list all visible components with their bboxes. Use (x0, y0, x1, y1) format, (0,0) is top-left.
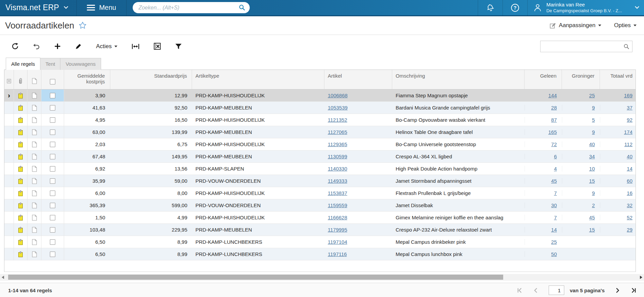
row-checkbox[interactable] (50, 178, 55, 184)
row-selector-cell[interactable]: › (4, 236, 14, 248)
header-checkbox-cell[interactable] (41, 70, 64, 89)
geleen-qty-link[interactable]: 45 (551, 178, 557, 184)
header-standaardprijs[interactable]: Standaardprijs (110, 70, 192, 89)
attachment-cell[interactable] (14, 163, 27, 175)
row-checkbox[interactable] (50, 154, 55, 159)
header-settings-cell[interactable] (4, 70, 14, 89)
groninger-qty-link[interactable]: 45 (589, 215, 595, 220)
geleen-qty-link[interactable]: 25 (551, 239, 557, 245)
row-checkbox[interactable] (50, 117, 55, 123)
geleen-qty-link[interactable]: 50 (551, 251, 557, 257)
header-artikeltype[interactable]: Artikeltype (192, 70, 324, 89)
global-search-input[interactable] (133, 2, 250, 13)
table-row[interactable]: › 6,50 8,99 PRD-KAMP-LUNCHBEKERS 1197116… (4, 248, 636, 260)
table-row[interactable]: › 6,00 8,00 PRD-KAMP-HUISHOUDELIJK 11538… (4, 187, 636, 199)
header-totaal-vrd[interactable]: Totaal vrd (600, 70, 636, 89)
notes-cell[interactable] (27, 138, 41, 150)
tab-vouwwagens[interactable]: Vouwwagens (60, 58, 101, 70)
geleen-qty-link[interactable]: 144 (548, 93, 557, 98)
header-geleen[interactable]: Geleen (525, 70, 562, 89)
favorite-star-button[interactable] (78, 21, 87, 31)
row-checkbox[interactable] (50, 166, 55, 172)
table-row[interactable]: › 63,00 139,99 PRD-KAMP-MEUBELEN 1127065… (4, 126, 636, 138)
notes-cell[interactable] (27, 224, 41, 236)
notifications-button[interactable] (478, 0, 503, 15)
groninger-qty-link[interactable]: 5 (592, 117, 595, 123)
totaal-qty-link[interactable]: 112 (624, 141, 632, 147)
table-row[interactable]: › 4,95 16,50 PRD-KAMP-HUISHOUDELIJK 1121… (4, 114, 636, 126)
geleen-qty-link[interactable]: 6 (554, 154, 557, 159)
artikel-link[interactable]: 1130599 (328, 154, 347, 159)
notes-cell[interactable] (27, 187, 41, 199)
geleen-qty-link[interactable]: 72 (551, 141, 557, 147)
artikel-link[interactable]: 1179995 (328, 227, 347, 233)
totaal-qty-link[interactable]: 37 (627, 105, 632, 111)
row-checkbox[interactable] (50, 215, 55, 220)
last-page-button[interactable] (630, 287, 637, 294)
notes-cell[interactable] (27, 151, 41, 162)
geleen-qty-link[interactable]: 165 (548, 129, 557, 135)
artikel-link[interactable]: 1006868 (328, 93, 347, 98)
header-omschrijving[interactable]: Omschrijving (392, 70, 525, 89)
scroll-left-arrow-icon[interactable] (2, 276, 4, 279)
row-selector-cell[interactable]: › (4, 175, 14, 187)
page-number-input[interactable] (549, 285, 564, 295)
brand-menu[interactable]: Visma.net ERP (0, 3, 68, 12)
row-checkbox[interactable] (50, 203, 55, 208)
header-kostprijs[interactable]: Gemiddelde kostprijs (64, 70, 110, 89)
acties-menu[interactable]: Acties (96, 43, 117, 50)
row-selector-cell[interactable]: › (4, 90, 14, 101)
row-checkbox[interactable] (50, 130, 55, 135)
fit-columns-button[interactable] (132, 43, 139, 50)
checkbox-cell[interactable] (41, 224, 64, 236)
table-row[interactable]: › 67,48 149,95 PRD-KAMP-MEUBELEN 1130599… (4, 151, 636, 163)
notes-cell[interactable] (27, 163, 41, 175)
groninger-qty-link[interactable]: 25 (589, 93, 595, 98)
geleen-qty-link[interactable]: 14 (551, 227, 557, 233)
notes-cell[interactable] (27, 102, 41, 114)
row-selector-cell[interactable]: › (4, 224, 14, 236)
attachment-cell[interactable] (14, 224, 27, 236)
checkbox-cell[interactable] (41, 151, 64, 162)
artikel-link[interactable]: 1053539 (328, 105, 347, 111)
row-checkbox[interactable] (50, 239, 55, 245)
artikel-link[interactable]: 1149333 (328, 178, 347, 184)
geleen-qty-link[interactable]: 7 (554, 190, 557, 196)
header-groninger[interactable]: Groninger (562, 70, 600, 89)
table-row[interactable]: › 3,90 12,99 PRD-KAMP-HUISHOUDELIJK 1006… (4, 90, 636, 102)
checkbox-cell[interactable] (41, 114, 64, 126)
row-checkbox[interactable] (50, 93, 55, 98)
opties-menu[interactable]: Opties (614, 22, 637, 29)
totaal-qty-link[interactable]: 169 (624, 93, 632, 98)
checkbox-cell[interactable] (41, 212, 64, 223)
geleen-qty-link[interactable]: 7 (554, 215, 557, 220)
totaal-qty-link[interactable]: 174 (624, 129, 632, 135)
groninger-qty-link[interactable]: 9 (592, 129, 595, 135)
totaal-qty-link[interactable]: 29 (627, 227, 632, 233)
checkbox-cell[interactable] (41, 248, 64, 260)
attachment-cell[interactable] (14, 187, 27, 199)
previous-page-button[interactable] (533, 287, 539, 294)
groninger-qty-link[interactable]: 34 (589, 154, 595, 159)
attachment-cell[interactable] (14, 126, 27, 138)
tab-tent[interactable]: Tent (40, 58, 60, 70)
artikel-link[interactable]: 1197104 (328, 239, 347, 245)
checkbox-cell[interactable] (41, 90, 64, 101)
checkbox-cell[interactable] (41, 236, 64, 248)
attachment-cell[interactable] (14, 212, 27, 223)
checkbox-cell[interactable] (41, 199, 64, 211)
groninger-qty-link[interactable]: 2 (592, 202, 595, 208)
geleen-qty-link[interactable]: 28 (551, 105, 557, 111)
row-selector-cell[interactable]: › (4, 138, 14, 150)
totaal-qty-link[interactable]: 92 (627, 117, 632, 123)
grid-search-input[interactable] (540, 41, 632, 52)
attachment-cell[interactable] (14, 175, 27, 187)
next-page-button[interactable] (614, 287, 621, 294)
groninger-qty-link[interactable]: 15 (589, 178, 595, 184)
geleen-qty-link[interactable]: 4 (554, 166, 557, 172)
user-menu[interactable]: Marinka van Ree De Campingspecialist Gro… (528, 2, 644, 14)
row-selector-cell[interactable]: › (4, 114, 14, 126)
tab-alle-regels[interactable]: Alle regels (6, 58, 40, 70)
table-row[interactable]: › 2,03 6,75 PRD-KAMP-HUISHOUDELIJK 11293… (4, 138, 636, 151)
groninger-qty-link[interactable]: 9 (592, 190, 595, 196)
